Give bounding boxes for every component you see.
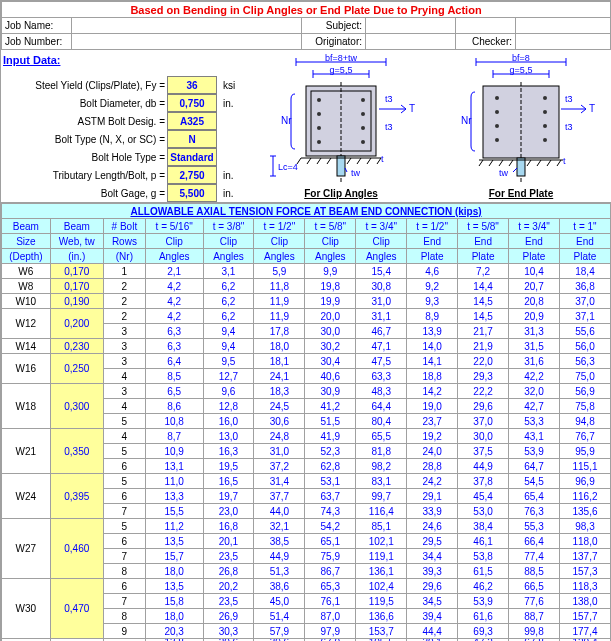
svg-point-55 <box>543 124 547 128</box>
col-header: Plate <box>559 249 610 264</box>
job-name-label: Job Name: <box>2 18 72 34</box>
col-header: t = 5/8" <box>458 219 509 234</box>
svg-line-66 <box>479 160 483 166</box>
page-title: Based on Bending in Clip Angles or End P… <box>2 2 611 18</box>
subject-field[interactable] <box>366 18 456 34</box>
type-input[interactable] <box>167 130 217 148</box>
svg-text:T: T <box>589 103 595 114</box>
svg-text:t: t <box>381 154 384 164</box>
svg-point-54 <box>495 124 499 128</box>
table-row: W240,395511,016,531,453,183,124,237,854,… <box>2 474 611 489</box>
svg-point-51 <box>543 96 547 100</box>
col-header: Clip <box>305 234 356 249</box>
col-header: Size <box>2 234 51 249</box>
col-header: (in.) <box>50 249 103 264</box>
originator-field[interactable] <box>366 34 456 50</box>
table-row: W160,25036,49,518,130,447,514,122,031,65… <box>2 354 611 369</box>
input-data-heading: Input Data: <box>1 50 251 70</box>
svg-rect-24 <box>337 156 345 176</box>
table-row: W80,17024,26,211,819,830,89,214,420,736,… <box>2 279 611 294</box>
p-label: Tributary Length/Bolt, p = <box>5 170 165 181</box>
svg-point-53 <box>543 110 547 114</box>
col-header: t = 1/2" <box>254 219 305 234</box>
table-row: W180,30036,59,618,330,948,314,222,232,05… <box>2 384 611 399</box>
svg-point-10 <box>317 98 321 102</box>
header-table: Based on Bending in Clip Angles or End P… <box>1 1 611 50</box>
col-header: t = 3/4" <box>509 219 560 234</box>
svg-point-57 <box>543 138 547 142</box>
hole-input[interactable] <box>167 148 217 166</box>
svg-text:tw: tw <box>499 168 509 178</box>
svg-point-56 <box>495 138 499 142</box>
desig-label: ASTM Bolt Desig. = <box>5 116 165 127</box>
svg-point-15 <box>361 126 365 130</box>
svg-point-52 <box>495 110 499 114</box>
allowable-force-table: ALLOWABLE AXIAL TENSION FORCE AT BEAM EN… <box>1 203 611 641</box>
fy-label: Steel Yield (Clips/Plate), Fy = <box>5 80 165 91</box>
g-input[interactable] <box>167 184 217 202</box>
svg-line-31 <box>357 158 361 164</box>
fy-unit: ksi <box>219 80 249 91</box>
col-header: End <box>509 234 560 249</box>
svg-line-30 <box>347 158 351 164</box>
svg-line-69 <box>509 160 513 166</box>
svg-line-32 <box>367 158 371 164</box>
svg-point-12 <box>317 112 321 116</box>
g-unit: in. <box>219 188 249 199</box>
svg-text:tw: tw <box>351 168 361 178</box>
svg-text:g=5,5: g=5,5 <box>330 65 353 75</box>
svg-line-67 <box>489 160 493 166</box>
svg-point-16 <box>317 140 321 144</box>
clip-caption: For Clip Angles <box>255 184 427 199</box>
col-header: (Depth) <box>2 249 51 264</box>
p-input[interactable] <box>167 166 217 184</box>
clip-angle-diagram: bf=8+tw g=5,5 Nr <box>261 54 421 184</box>
end-plate-diagram: bf=8 g=5,5 Nr T t3 t3 <box>441 54 601 184</box>
col-header: Clip <box>203 234 254 249</box>
job-name-field[interactable] <box>72 18 302 34</box>
svg-text:t3: t3 <box>385 94 393 104</box>
svg-line-76 <box>513 168 517 172</box>
table-row: W60,17012,13,15,99,915,44,67,210,418,4 <box>2 264 611 279</box>
originator-label: Originator: <box>302 34 366 50</box>
table-row: W270,460511,216,832,154,285,124,638,455,… <box>2 519 611 534</box>
col-header: t = 1" <box>559 219 610 234</box>
job-number-field[interactable] <box>72 34 302 50</box>
svg-line-70 <box>527 160 531 166</box>
checker-field[interactable] <box>516 34 611 50</box>
col-header: (Nr) <box>103 249 145 264</box>
fy-input[interactable] <box>167 76 217 94</box>
svg-point-11 <box>361 98 365 102</box>
col-header: Clip <box>145 234 203 249</box>
db-input[interactable] <box>167 94 217 112</box>
col-header: Beam <box>50 219 103 234</box>
svg-point-14 <box>317 126 321 130</box>
svg-text:bf=8+tw: bf=8+tw <box>325 54 358 63</box>
svg-text:t: t <box>563 156 566 166</box>
svg-text:Lc=4: Lc=4 <box>278 162 298 172</box>
type-label: Bolt Type (N, X, or SC) = <box>5 134 165 145</box>
col-header: Web, tw <box>50 234 103 249</box>
col-header: End <box>407 234 458 249</box>
col-header: Plate <box>458 249 509 264</box>
desig-input[interactable] <box>167 112 217 130</box>
db-label: Bolt Diameter, db = <box>5 98 165 109</box>
job-number-label: Job Number: <box>2 34 72 50</box>
svg-point-17 <box>361 140 365 144</box>
svg-point-50 <box>495 96 499 100</box>
col-header: t = 3/8" <box>203 219 254 234</box>
table-row: W300,470613,520,238,665,3102,429,646,266… <box>2 579 611 594</box>
svg-point-13 <box>361 112 365 116</box>
col-header: Clip <box>254 234 305 249</box>
col-header: Angles <box>145 249 203 264</box>
p-unit: in. <box>219 170 249 181</box>
col-header: Clip <box>356 234 407 249</box>
col-header: Rows <box>103 234 145 249</box>
table-row: W100,19024,26,211,919,931,09,314,520,837… <box>2 294 611 309</box>
col-header: Angles <box>305 249 356 264</box>
svg-text:bf=8: bf=8 <box>512 54 530 63</box>
svg-rect-64 <box>517 158 525 176</box>
col-header: Beam <box>2 219 51 234</box>
svg-text:g=5,5: g=5,5 <box>510 65 533 75</box>
table-row: W210,35048,713,024,841,965,519,230,043,1… <box>2 429 611 444</box>
